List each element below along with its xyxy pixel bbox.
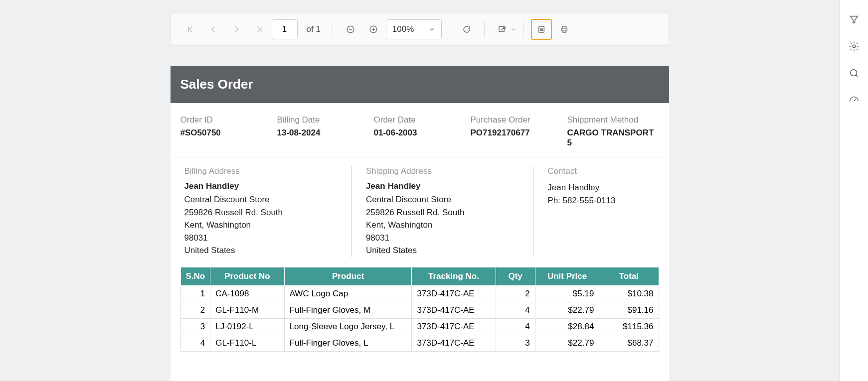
svg-point-4 (853, 45, 856, 48)
report-page: Sales Order Order ID #SO50750 Billing Da… (171, 66, 669, 381)
page-number-input[interactable] (272, 19, 298, 39)
cell-sno: 3 (180, 318, 210, 335)
order-id-value: #SO50750 (180, 128, 272, 138)
billing-address-name: Jean Handley (184, 181, 338, 191)
chevron-down-icon (428, 26, 435, 33)
cell-total: $115.36 (599, 318, 659, 335)
print-button[interactable] (554, 19, 575, 40)
shipping-address-city: Kent, Washington (366, 219, 519, 232)
gear-icon[interactable] (849, 41, 860, 54)
page-layout-button[interactable] (531, 19, 552, 40)
cell-product: AWC Logo Cap (284, 285, 412, 302)
purchase-order-label: Purchase Order (471, 115, 562, 125)
billing-date-label: Billing Date (277, 115, 369, 125)
cell-unit-price: $5.19 (535, 285, 599, 302)
refresh-button[interactable] (456, 19, 477, 40)
col-header-sno: S.No (180, 267, 210, 285)
search-icon[interactable] (849, 68, 860, 81)
order-meta-row: Order ID #SO50750 Billing Date 13-08-202… (171, 103, 669, 157)
col-header-product: Product (284, 267, 412, 285)
cell-unit-price: $22.79 (535, 335, 599, 351)
zoom-in-button[interactable] (363, 19, 384, 40)
last-page-button[interactable] (249, 19, 270, 40)
order-date-label: Order Date (374, 115, 466, 125)
cell-total: $10.38 (599, 285, 659, 302)
chevron-down-icon (511, 26, 517, 32)
cell-tracking: 373D-417C-AE (412, 302, 496, 318)
cell-product-no: CA-1098 (210, 285, 284, 302)
svg-point-5 (850, 70, 857, 76)
col-header-total: Total (599, 267, 659, 285)
table-row: 1CA-1098AWC Logo Cap373D-417C-AE2$5.19$1… (180, 285, 659, 302)
cell-tracking: 373D-417C-AE (412, 335, 496, 351)
cell-qty: 4 (496, 302, 535, 318)
report-title: Sales Order (171, 66, 669, 103)
cell-tracking: 373D-417C-AE (412, 285, 496, 302)
contact-block: Contact Jean Handley Ph: 582-555-0113 (533, 166, 669, 257)
table-row: 3LJ-0192-LLong-Sleeve Logo Jersey, L373D… (180, 318, 659, 335)
shipping-address-title: Shipping Address (366, 166, 519, 176)
shipping-address-block: Shipping Address Jean Handley Central Di… (352, 166, 533, 257)
billing-address-country: United States (184, 244, 338, 257)
shipping-address-street: 259826 Russell Rd. South (366, 206, 519, 219)
cell-product-no: GL-F110-L (210, 335, 284, 351)
viewer-toolbar: of 1 100% (171, 13, 669, 46)
separator (333, 21, 333, 37)
zoom-out-button[interactable] (340, 19, 361, 40)
separator (523, 21, 524, 37)
cell-sno: 1 (180, 285, 210, 302)
purchase-order-value: PO7192170677 (471, 128, 562, 138)
col-header-product-no: Product No (210, 267, 284, 285)
billing-address-city: Kent, Washington (184, 219, 338, 232)
cell-total: $68.37 (599, 335, 659, 351)
cell-product-no: GL-F110-M (210, 302, 284, 318)
cell-unit-price: $22.79 (535, 302, 599, 318)
cell-total: $91.16 (599, 302, 659, 318)
first-page-button[interactable] (180, 19, 201, 40)
order-id-label: Order ID (180, 115, 272, 125)
cell-sno: 4 (180, 335, 210, 351)
col-header-tracking: Tracking No. (412, 267, 496, 285)
next-page-button[interactable] (226, 19, 247, 40)
cell-product: Long-Sleeve Logo Jersey, L (284, 318, 412, 335)
col-header-qty: Qty (496, 267, 535, 285)
table-row: 2GL-F110-MFull-Finger Gloves, M373D-417C… (180, 302, 659, 318)
cell-unit-price: $28.84 (535, 318, 599, 335)
table-row: 4GL-F110-LFull-Finger Gloves, L373D-417C… (180, 335, 659, 351)
cell-sno: 2 (180, 302, 210, 318)
cell-product-no: LJ-0192-L (210, 318, 284, 335)
prev-page-button[interactable] (203, 19, 224, 40)
separator (484, 21, 485, 37)
side-panel (839, 0, 868, 381)
report-viewer[interactable]: of 1 100% Sales Or (0, 0, 839, 381)
cell-qty: 3 (496, 335, 535, 351)
gauge-icon[interactable] (849, 95, 860, 108)
shipping-address-country: United States (366, 244, 519, 257)
contact-phone: Ph: 582-555-0113 (547, 194, 655, 207)
filter-icon[interactable] (849, 14, 860, 27)
cell-product: Full-Finger Gloves, M (284, 302, 412, 318)
billing-address-zip: 98031 (184, 232, 338, 245)
contact-title: Contact (547, 166, 655, 176)
cell-qty: 4 (496, 318, 535, 335)
separator (449, 21, 449, 37)
export-button[interactable] (492, 19, 513, 40)
billing-address-block: Billing Address Jean Handley Central Dis… (171, 166, 352, 257)
shipping-address-name: Jean Handley (366, 181, 519, 191)
zoom-value: 100% (392, 24, 414, 34)
billing-address-street: 259826 Russell Rd. South (184, 206, 338, 219)
shipping-address-company: Central Discount Store (366, 193, 519, 206)
billing-date-value: 13-08-2024 (277, 128, 369, 138)
zoom-select[interactable]: 100% (386, 19, 442, 39)
shipping-address-zip: 98031 (366, 232, 519, 245)
shipment-method-label: Shippment Method (567, 115, 659, 125)
page-total-label: of 1 (307, 24, 321, 34)
contact-name: Jean Handley (547, 181, 655, 194)
billing-address-company: Central Discount Store (184, 193, 338, 206)
items-table: S.No Product No Product Tracking No. Qty… (180, 267, 659, 352)
cell-tracking: 373D-417C-AE (412, 318, 496, 335)
cell-qty: 2 (496, 285, 535, 302)
shipment-method-value: CARGO TRANSPORT 5 (567, 128, 659, 148)
billing-address-title: Billing Address (184, 166, 338, 176)
col-header-unit-price: Unit Price (535, 267, 599, 285)
